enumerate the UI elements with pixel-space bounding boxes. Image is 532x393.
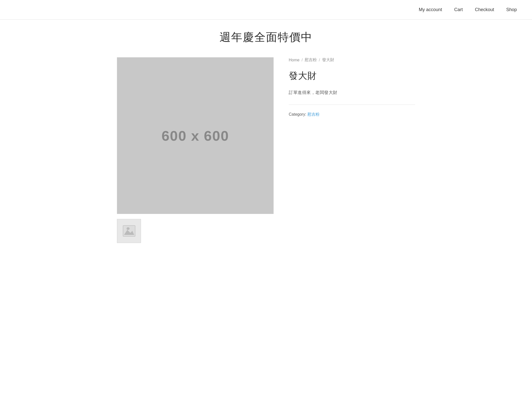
thumbnail-placeholder-icon [123,225,135,237]
nav-my-account[interactable]: My account [419,7,442,12]
product-thumbnails [117,219,274,243]
product-info-column: Home / 慰吉粉 / 發大財 發大財 訂單進得來，老闆發大財 Categor… [289,57,415,117]
main-content: 週年慶全面特價中 600 x 600 H [102,20,430,253]
product-category: Category: 慰吉粉 [289,112,415,117]
product-name: 發大財 [289,70,415,82]
main-nav: My account Cart Checkout Shop [419,7,517,12]
breadcrumb-category[interactable]: 慰吉粉 [305,57,317,63]
page-title: 週年慶全面特價中 [117,30,415,45]
breadcrumb-sep-2: / [319,58,320,62]
product-main-image[interactable]: 600 x 600 [117,57,274,214]
product-divider [289,105,415,105]
nav-shop[interactable]: Shop [506,7,517,12]
image-placeholder-label: 600 x 600 [161,128,229,144]
nav-checkout[interactable]: Checkout [475,7,494,12]
product-image-column: 600 x 600 [117,57,274,243]
product-layout: 600 x 600 Home / 慰吉粉 / [117,57,415,243]
nav-cart[interactable]: Cart [454,7,463,12]
product-description: 訂單進得來，老闆發大財 [289,89,415,96]
breadcrumb-sep-1: / [302,58,303,62]
category-label: Category: [289,112,306,116]
thumbnail-1[interactable] [117,219,141,243]
breadcrumb-home[interactable]: Home [289,58,300,62]
svg-rect-1 [127,227,130,230]
breadcrumb: Home / 慰吉粉 / 發大財 [289,57,415,63]
site-header: My account Cart Checkout Shop [0,0,532,20]
category-link[interactable]: 慰吉粉 [307,112,320,116]
breadcrumb-current: 發大財 [322,57,334,63]
